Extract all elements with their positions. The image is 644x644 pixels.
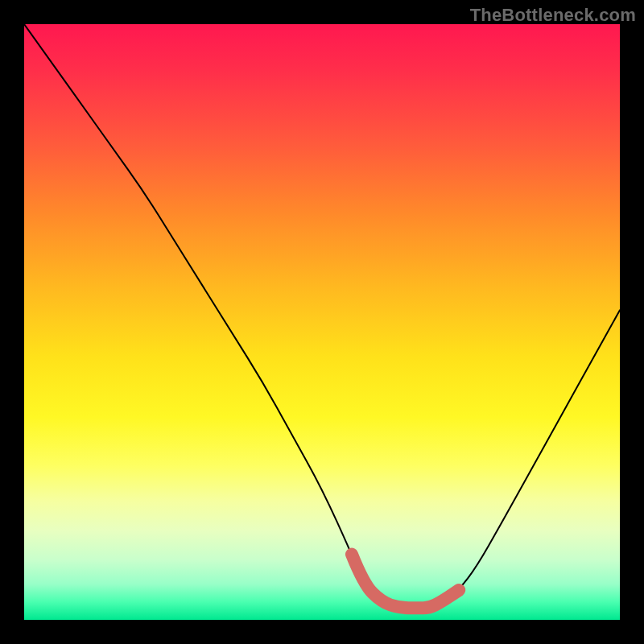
bottleneck-curve [24, 24, 620, 608]
chart-frame: TheBottleneck.com [0, 0, 644, 644]
optimal-range-highlight [352, 555, 459, 609]
curve-svg [24, 24, 620, 620]
watermark-text: TheBottleneck.com [470, 5, 636, 26]
plot-area [24, 24, 620, 620]
